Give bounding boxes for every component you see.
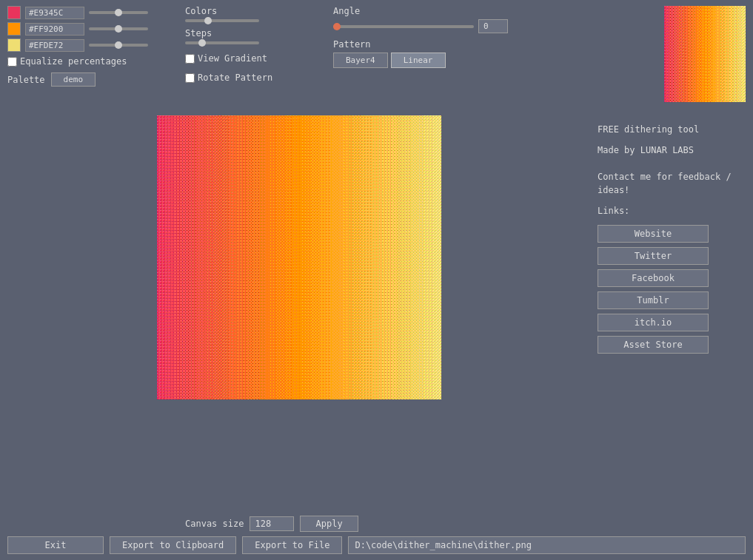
colors-slider[interactable] xyxy=(185,19,259,22)
palette-label: Palette xyxy=(7,75,45,85)
palette-button[interactable]: demo xyxy=(51,72,96,87)
assetstore-button[interactable]: Asset Store xyxy=(598,336,709,354)
equalize-checkbox[interactable] xyxy=(7,57,17,67)
view-gradient-label: View Gradient xyxy=(198,53,267,64)
links-label: Links: xyxy=(598,204,746,217)
linear-button[interactable]: Linear xyxy=(391,53,446,68)
view-gradient-row: View Gradient xyxy=(185,53,318,64)
angle-group: Angle xyxy=(333,6,508,33)
canvas-size-input[interactable] xyxy=(250,516,294,531)
colors-steps-section: Colors Steps View Gradient Rotate Patter… xyxy=(185,6,318,83)
color-row-3 xyxy=(7,38,170,52)
angle-label: Angle xyxy=(333,6,508,16)
color-swatches: Equalize percentages Palette demo xyxy=(7,6,170,87)
tumblr-button[interactable]: Tumblr xyxy=(598,291,709,309)
color-slider-3[interactable] xyxy=(89,44,148,47)
main-area: FREE dithering tool Made by LUNAR LABS C… xyxy=(0,108,753,399)
bottom-panel: Canvas size Apply Exit Export to Clipboa… xyxy=(0,510,753,560)
right-panel: FREE dithering tool Made by LUNAR LABS C… xyxy=(598,108,746,399)
canvas-size-row: Canvas size Apply xyxy=(7,516,746,532)
swatch-1[interactable] xyxy=(7,6,21,19)
rotate-pattern-checkbox[interactable] xyxy=(185,73,195,83)
color-label-3[interactable] xyxy=(25,39,84,52)
swatch-3[interactable] xyxy=(7,38,21,52)
steps-label: Steps xyxy=(185,28,318,38)
color-slider-2[interactable] xyxy=(89,27,148,30)
exit-button[interactable]: Exit xyxy=(7,536,104,554)
info-line2: Made by LUNAR LABS xyxy=(598,144,746,157)
filepath-input[interactable] xyxy=(348,536,746,554)
swatch-2[interactable] xyxy=(7,22,21,36)
steps-slider[interactable] xyxy=(185,41,259,44)
equalize-row: Equalize percentages xyxy=(7,56,170,67)
top-panel: Equalize percentages Palette demo Colors… xyxy=(0,0,753,108)
colors-label: Colors xyxy=(185,6,318,16)
main-canvas xyxy=(157,115,441,399)
color-label-2[interactable] xyxy=(25,23,84,36)
bayer4-button[interactable]: Bayer4 xyxy=(333,53,388,68)
website-button[interactable]: Website xyxy=(598,225,709,243)
colors-group: Colors xyxy=(185,6,318,22)
color-row-1 xyxy=(7,6,170,19)
info-contact: Contact me for feedback / ideas! xyxy=(598,170,746,197)
equalize-label: Equalize percentages xyxy=(20,56,127,67)
facebook-button[interactable]: Facebook xyxy=(598,269,709,287)
action-row: Exit Export to Clipboard Export to File xyxy=(7,536,746,554)
pattern-buttons: Bayer4 Linear xyxy=(333,53,508,68)
view-gradient-checkbox[interactable] xyxy=(185,54,195,64)
rotate-pattern-label: Rotate Pattern xyxy=(198,72,272,83)
canvas-area xyxy=(7,108,590,399)
info-line1: FREE dithering tool xyxy=(598,123,746,136)
apply-button[interactable]: Apply xyxy=(300,516,358,532)
pattern-label: Pattern xyxy=(333,39,508,50)
angle-row xyxy=(333,19,508,33)
pattern-group: Pattern Bayer4 Linear xyxy=(333,39,508,68)
export-file-button[interactable]: Export to File xyxy=(242,536,342,554)
angle-value[interactable] xyxy=(478,19,508,33)
color-row-2 xyxy=(7,22,170,36)
rotate-pattern-row: Rotate Pattern xyxy=(185,72,318,83)
preview-canvas xyxy=(664,6,746,102)
color-slider-1[interactable] xyxy=(89,11,148,14)
angle-pattern-section: Angle Pattern Bayer4 Linear xyxy=(333,6,508,68)
preview-top xyxy=(664,6,746,102)
canvas-size-label: Canvas size xyxy=(185,519,244,529)
twitter-button[interactable]: Twitter xyxy=(598,247,709,265)
steps-group: Steps xyxy=(185,28,318,44)
export-clipboard-button[interactable]: Export to Clipboard xyxy=(110,536,236,554)
color-label-1[interactable] xyxy=(25,7,84,19)
itchio-button[interactable]: itch.io xyxy=(598,314,709,331)
angle-slider[interactable] xyxy=(333,25,474,28)
palette-row: Palette demo xyxy=(7,72,170,87)
